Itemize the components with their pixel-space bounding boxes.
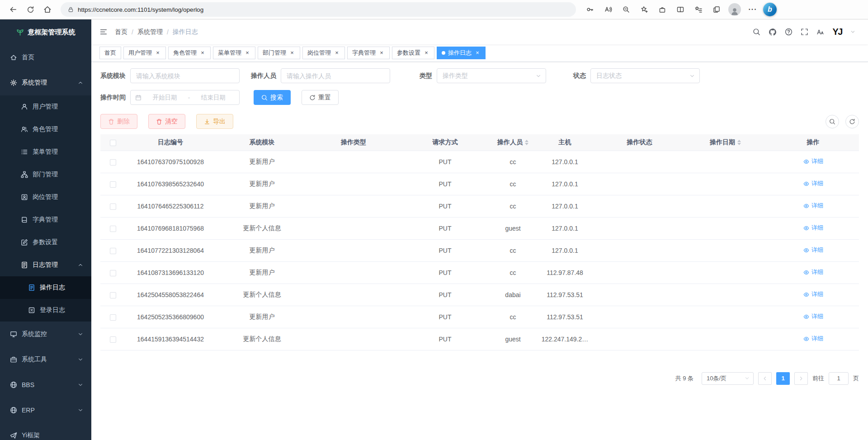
collections-icon[interactable]: [709, 2, 724, 17]
sidebar-item-erp[interactable]: ERP: [0, 397, 91, 423]
reset-button[interactable]: 重置: [302, 90, 339, 105]
sidebar-item-post-management[interactable]: 岗位管理: [0, 186, 91, 208]
date-start-placeholder[interactable]: 开始日期: [143, 94, 186, 102]
sidebar-item-log-management[interactable]: 日志管理: [0, 254, 91, 276]
row-checkbox[interactable]: [110, 270, 116, 276]
password-key-icon[interactable]: [582, 2, 598, 17]
sidebar-item-user-management[interactable]: 用户管理: [0, 95, 91, 118]
toggle-search-button[interactable]: [826, 115, 839, 128]
search-button[interactable]: 搜索: [254, 90, 291, 105]
sidebar-item-login-log[interactable]: 登录日志: [0, 299, 91, 322]
export-button[interactable]: 导出: [196, 114, 233, 129]
header-search-button[interactable]: [753, 28, 760, 36]
sort-caret-icon[interactable]: [525, 140, 528, 145]
bing-copilot-icon[interactable]: b: [763, 3, 777, 16]
sidebar-item-system-tools[interactable]: 系统工具: [0, 347, 91, 372]
close-icon[interactable]: ×: [378, 50, 385, 56]
close-icon[interactable]: ×: [155, 50, 161, 56]
browser-back-button[interactable]: [5, 1, 22, 18]
row-checkbox[interactable]: [110, 203, 116, 210]
type-select[interactable]: 操作类型: [437, 68, 546, 83]
row-checkbox[interactable]: [110, 181, 116, 188]
clear-button[interactable]: 清空: [148, 114, 185, 129]
github-link[interactable]: [769, 28, 777, 36]
add-favorite-star-icon[interactable]: [637, 2, 652, 17]
close-icon[interactable]: ×: [334, 50, 340, 56]
url-text[interactable]: https://ccnetcore.com:1101/system/log/op…: [78, 6, 203, 13]
detail-link[interactable]: 详细: [803, 268, 823, 276]
browser-profile-avatar[interactable]: [727, 2, 742, 17]
current-page-button[interactable]: 1: [776, 372, 790, 385]
sidebar-item-param-settings[interactable]: 参数设置: [0, 231, 91, 254]
next-page-button[interactable]: [794, 372, 808, 385]
user-dropdown-caret[interactable]: [850, 29, 855, 34]
help-button[interactable]: [785, 28, 793, 36]
close-icon[interactable]: ×: [199, 50, 206, 56]
sidebar-item-dict-management[interactable]: 字典管理: [0, 208, 91, 231]
detail-link[interactable]: 详细: [803, 180, 823, 188]
breadcrumb-system-management[interactable]: 系统管理: [137, 28, 163, 36]
breadcrumb-home[interactable]: 首页: [115, 28, 127, 36]
page-size-select[interactable]: 10条/页: [702, 372, 754, 385]
detail-link[interactable]: 详细: [803, 157, 823, 166]
extensions-icon[interactable]: [655, 2, 670, 17]
row-checkbox[interactable]: [110, 292, 116, 298]
date-end-placeholder[interactable]: 结束日期: [192, 94, 235, 102]
col-date[interactable]: 操作日期: [684, 134, 767, 151]
module-input[interactable]: [136, 72, 234, 80]
sidebar-item-operation-log[interactable]: 操作日志: [0, 276, 91, 299]
tab-menu-management[interactable]: 菜单管理×: [213, 47, 255, 59]
sidebar-toggle-button[interactable]: [99, 28, 108, 36]
read-aloud-icon[interactable]: [600, 2, 616, 17]
sidebar-item-menu-management[interactable]: 菜单管理: [0, 141, 91, 163]
row-checkbox[interactable]: [110, 314, 116, 321]
user-logo[interactable]: YJ: [833, 27, 842, 37]
tab-dict-management[interactable]: 字典管理×: [347, 47, 390, 59]
address-bar[interactable]: https://ccnetcore.com:1101/system/log/op…: [61, 2, 576, 17]
row-checkbox[interactable]: [110, 248, 116, 254]
sidebar-item-bbs[interactable]: BBS: [0, 372, 91, 397]
status-select[interactable]: 日志状态: [590, 68, 700, 83]
close-icon[interactable]: ×: [244, 50, 250, 56]
detail-link[interactable]: 详细: [803, 312, 823, 321]
tab-param-settings[interactable]: 参数设置×: [392, 47, 434, 59]
goto-page-input[interactable]: [829, 372, 849, 385]
tab-role-management[interactable]: 角色管理×: [168, 47, 211, 59]
tab-home[interactable]: 首页: [99, 47, 121, 59]
sidebar-item-home[interactable]: 首页: [0, 45, 91, 70]
detail-link[interactable]: 详细: [803, 335, 823, 343]
sidebar-item-system-management[interactable]: 系统管理: [0, 70, 91, 95]
fullscreen-button[interactable]: [801, 28, 808, 36]
browser-refresh-button[interactable]: [22, 1, 39, 18]
prev-page-button[interactable]: [758, 372, 772, 385]
more-menu-icon[interactable]: ···: [745, 2, 760, 17]
sidebar-item-role-management[interactable]: 角色管理: [0, 118, 91, 141]
row-checkbox[interactable]: [110, 336, 116, 343]
favorites-bar-icon[interactable]: [691, 2, 706, 17]
tab-post-management[interactable]: 岗位管理×: [302, 47, 345, 59]
detail-link[interactable]: 详细: [803, 246, 823, 254]
refresh-table-button[interactable]: [845, 115, 859, 128]
browser-home-button[interactable]: [39, 1, 56, 18]
row-checkbox[interactable]: [110, 226, 116, 232]
close-icon[interactable]: ×: [289, 50, 295, 56]
col-operator[interactable]: 操作人员: [491, 134, 534, 151]
tab-operation-log[interactable]: 操作日志×: [437, 47, 486, 59]
close-icon[interactable]: ×: [423, 50, 429, 56]
operator-input[interactable]: [287, 72, 384, 80]
date-range-picker[interactable]: 开始日期 - 结束日期: [130, 90, 240, 105]
sidebar-item-yi-framework[interactable]: Yi框架: [0, 423, 91, 440]
font-size-button[interactable]: [816, 28, 825, 36]
zoom-out-icon[interactable]: [618, 2, 634, 17]
tab-department-management[interactable]: 部门管理×: [258, 47, 300, 59]
split-screen-icon[interactable]: [673, 2, 688, 17]
tab-user-management[interactable]: 用户管理×: [123, 47, 166, 59]
sidebar-item-system-monitor[interactable]: 系统监控: [0, 322, 91, 347]
select-all-checkbox[interactable]: [110, 140, 116, 146]
sort-caret-icon[interactable]: [737, 140, 741, 145]
detail-link[interactable]: 详细: [803, 224, 823, 232]
detail-link[interactable]: 详细: [803, 290, 823, 298]
detail-link[interactable]: 详细: [803, 202, 823, 210]
delete-button[interactable]: 删除: [100, 114, 137, 129]
close-icon[interactable]: ×: [474, 50, 481, 56]
